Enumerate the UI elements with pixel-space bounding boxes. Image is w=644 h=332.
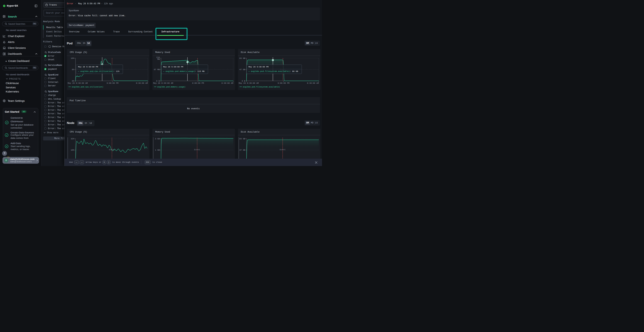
svg-text:avg(k8s.pod.cpu.utilization): avg(k8s.pod.cpu.utilization) (72, 86, 103, 88)
svg-text:9:00:00 PM: 9:00:00 PM (192, 82, 204, 84)
svg-text:May 26 8:30:00 AM: May 26 8:30:00 AM (153, 82, 173, 84)
svg-text:3 GB: 3 GB (155, 138, 160, 140)
svg-text:67 MB: 67 MB (154, 68, 160, 70)
svg-text:8:30:00 AM: 8:30:00 AM (136, 82, 148, 84)
svg-text:47 GB: 47 GB (239, 149, 245, 151)
svg-text:8:30:00 AM: 8:30:00 AM (307, 82, 319, 84)
svg-text:8%: 8% (72, 68, 74, 70)
svg-text:16%: 16% (71, 149, 74, 151)
svg-text:93 GB: 93 GB (239, 138, 245, 140)
svg-text:32%: 32% (71, 138, 74, 140)
svg-text:avg(k8s.pod.filesystem.availab: avg(k8s.pod.filesystem.available) (243, 86, 280, 88)
svg-text:1 GB: 1 GB (155, 149, 160, 151)
svg-text:May 26 8:30:00 AM: May 26 8:30:00 AM (239, 82, 259, 84)
svg-text:0 B: 0 B (156, 80, 160, 82)
svg-text:avg(k8s.pod.memory.usage): avg(k8s.pod.memory.usage) (157, 86, 186, 88)
svg-text:May 26 8:30:00 AM: May 26 8:30:00 AM (68, 82, 88, 84)
svg-text:16%: 16% (71, 57, 74, 59)
svg-text:0 B: 0 B (242, 80, 245, 82)
svg-text:8:30:00 AM: 8:30:00 AM (222, 82, 233, 84)
svg-text:9:00:00 PM: 9:00:00 PM (106, 82, 118, 84)
svg-text:MB: MB (158, 58, 160, 60)
svg-text:0%: 0% (72, 80, 74, 82)
svg-text:47 GB: 47 GB (239, 68, 245, 70)
svg-text:9:00:00 PM: 9:00:00 PM (278, 82, 290, 84)
svg-text:93 GB: 93 GB (239, 57, 245, 59)
